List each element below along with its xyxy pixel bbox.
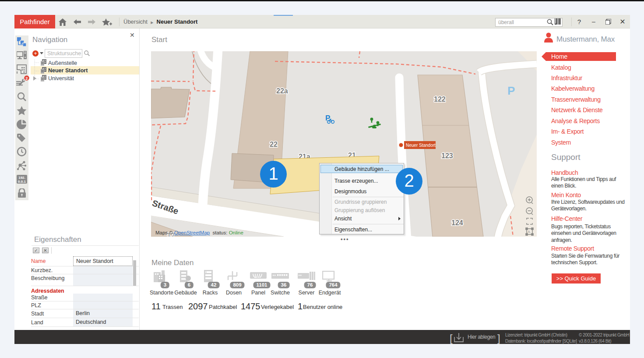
svg-text:2: 2 bbox=[25, 76, 28, 81]
svg-text:123: 123 bbox=[441, 152, 453, 160]
svg-text:124: 124 bbox=[451, 219, 463, 227]
svg-text:A: A bbox=[528, 230, 530, 234]
svg-text:P: P bbox=[507, 84, 515, 97]
svg-text:122: 122 bbox=[434, 96, 446, 103]
svg-text:22: 22 bbox=[270, 141, 278, 148]
svg-text:22a: 22a bbox=[276, 87, 288, 95]
svg-text:Neuer Standort: Neuer Standort bbox=[406, 143, 436, 148]
